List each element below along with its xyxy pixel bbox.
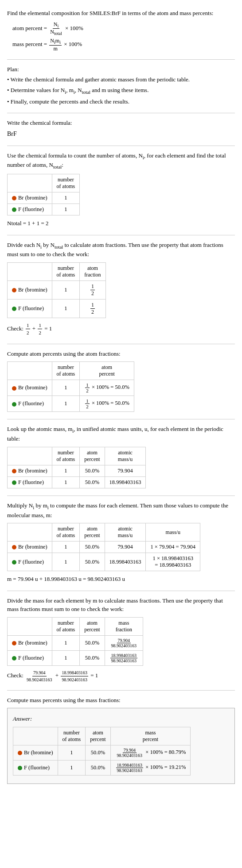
col-atoms: numberof atoms [52, 617, 80, 635]
f-mass-frac: 18.998403163 98.902403163 [105, 650, 143, 665]
divider-9 [7, 690, 235, 691]
f-dot [12, 656, 16, 661]
table-row: Br (bromine) 1 12 × 100% = 50.0% [8, 380, 134, 396]
atomic-mass-section: Look up the atomic mass, mi, in unified … [7, 425, 235, 488]
f-fraction-val: 1 2 [90, 302, 95, 315]
f-mass: 18.998403163 [105, 476, 146, 488]
br-pct: 50.0% [80, 635, 105, 650]
final-intro: Compute mass percents using the mass fra… [7, 696, 235, 705]
divider-7 [7, 495, 235, 496]
plan-heading: Plan: [7, 65, 235, 74]
br-pct-frac: 12 [85, 382, 90, 393]
col-atoms: numberof atoms [58, 727, 86, 745]
br-atomic-mass: 79.904 [105, 542, 146, 553]
br-mf-frac: 79.904 98.902403163 [110, 638, 138, 648]
br-dot [12, 641, 16, 645]
br-count: 1 [52, 465, 80, 476]
br-label: Br (bromine) [8, 542, 52, 553]
col-atoms: numberof atoms [52, 447, 80, 465]
table-row: F (fluorine) 1 50.0% 18.998403163 98.902… [13, 760, 191, 775]
f-pct: 50.0% [80, 476, 105, 488]
divider-2 [7, 113, 235, 113]
col-atom-pct: atompercent [80, 362, 134, 380]
br-label: Br (bromine) [8, 280, 52, 299]
col-element [8, 447, 52, 465]
f-mass-pct: 18.998403163 98.902403163 × 100% = 19.21… [110, 760, 191, 775]
table-row: Br (bromine) 1 [8, 192, 80, 204]
chemical-formula-value: BrF [7, 129, 235, 138]
col-count-header: numberof atoms [52, 174, 80, 192]
count-table-section: Use the chemical formula to count the nu… [7, 151, 235, 228]
col-atomic-mass: atomicmass/u [105, 523, 146, 542]
br-dot [12, 469, 16, 473]
atomic-mass-table: numberof atoms atompercent atomicmass/u … [7, 447, 146, 488]
fraction-table-intro: Divide each Ni by Ntotal to calculate at… [7, 241, 235, 259]
atom-percent-section: Compute atom percents using the atom fra… [7, 350, 235, 412]
br-fraction: 1 2 [80, 280, 105, 299]
col-element-header [8, 262, 52, 280]
divider-3 [7, 146, 235, 146]
table-row: Br (bromine) 1 50.0% 79.904 98.902403163… [13, 745, 191, 760]
molecular-mass-total: m = 79.904 u + 18.998403163 u = 98.90240… [7, 575, 235, 584]
f-label: F (fluorine) [8, 553, 52, 571]
col-mass-u: mass/u [146, 523, 200, 542]
col-atom-pct: atompercent [80, 523, 105, 542]
intro-section: Find the elemental composition for SMILE… [7, 9, 235, 52]
f-count: 1 [52, 476, 80, 488]
f-count: 1 [58, 760, 86, 775]
check-mf-2: 18.998403163 98.902403163 [61, 669, 88, 683]
atomic-mass-intro: Look up the atomic mass, mi, in unified … [7, 425, 235, 443]
table-row: F (fluorine) 1 50.0% 18.998403163 1 × 18… [8, 553, 200, 571]
atom-percent-intro: Compute atom percents using the atom fra… [7, 350, 235, 358]
br-element-label: Br (bromine) [8, 192, 52, 204]
ntotal-value: Ntotal = 1 + 1 = 2 [7, 219, 235, 228]
br-label: Br (bromine) [8, 465, 52, 476]
count-table: numberof atoms Br (bromine) 1 F (fluorin… [7, 174, 80, 215]
table-row: F (fluorine) 1 12 × 100% = 50.0% [8, 396, 134, 412]
f-dot [12, 560, 16, 565]
col-mass-pct: masspercent [110, 727, 191, 745]
f-label: F (fluorine) [8, 396, 52, 412]
atom-percent-formula: atom percent = Ni Ntotal × 100% [12, 21, 235, 36]
f-count: 1 [52, 299, 80, 318]
chemical-formula-section: Write the chemical formula: BrF [7, 119, 235, 138]
f-pct: 50.0% [80, 650, 105, 665]
plan-section: Plan: • Write the chemical formula and g… [7, 65, 235, 106]
table-row: F (fluorine) 1 [8, 204, 80, 215]
col-atom-pct: atompercent [86, 727, 110, 745]
divider-4 [7, 235, 235, 235]
mass-fraction-section: Divide the mass for each element by m to… [7, 596, 235, 683]
mass-fraction-table: numberof atoms atompercent massfraction … [7, 617, 143, 666]
br-dot [18, 751, 22, 755]
atom-percent-fraction: Ni Ntotal [49, 21, 62, 36]
f-count: 1 [52, 650, 80, 665]
f-pct: 50.0% [80, 553, 105, 571]
col-element [13, 727, 58, 745]
table-row: F (fluorine) 1 1 2 [8, 299, 106, 318]
f-atom-pct: 12 × 100% = 50.0% [80, 396, 134, 412]
mass-percent-formula: mass percent = Nimi m × 100% [12, 38, 235, 52]
f-final-frac: 18.998403163 98.902403163 [116, 763, 144, 773]
col-element [8, 523, 52, 542]
br-label: Br (bromine) [8, 635, 52, 650]
col-element [8, 362, 52, 380]
table-row: Br (bromine) 1 50.0% 79.904 1 × 79.904 =… [8, 542, 200, 553]
br-atom-pct: 12 × 100% = 50.0% [80, 380, 134, 396]
col-atomic-mass: atomicmass/u [105, 447, 146, 465]
mass-percent-fraction: Nimi m [49, 38, 62, 52]
f-label: F (fluorine) [8, 299, 52, 318]
divider-6 [7, 419, 235, 419]
table-row: Br (bromine) 1 50.0% 79.904 [8, 465, 146, 476]
f-count: 1 [52, 204, 80, 215]
answer-box: Answer: numberof atoms atompercent massp… [7, 708, 235, 784]
br-count: 1 [52, 380, 80, 396]
br-count: 1 [52, 192, 80, 204]
col-element-header [8, 174, 52, 192]
f-dot [12, 307, 16, 311]
atom-percent-table: numberof atoms atompercent Br (bromine) … [7, 361, 134, 412]
check-mf-1: 79.904 98.902403163 [26, 669, 53, 683]
br-pct: 50.0% [80, 465, 105, 476]
f-label: F (fluorine) [8, 650, 52, 665]
br-dot [12, 196, 16, 200]
final-table: numberof atoms atompercent masspercent B… [13, 727, 191, 776]
